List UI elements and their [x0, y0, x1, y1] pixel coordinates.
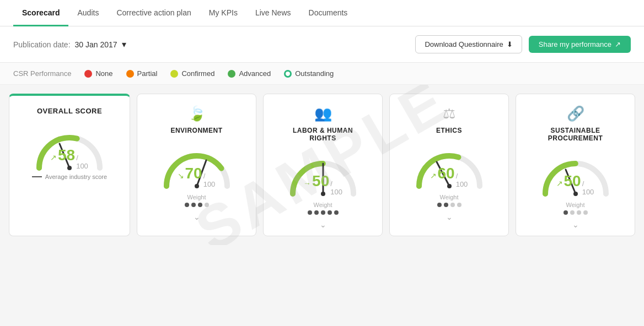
ethics-score-denom: / 100 — [456, 172, 469, 188]
overall-score-card[interactable]: OVERALL SCORE ↗ 58 / 100 Average industr… — [9, 94, 130, 236]
labor-weight-dots — [308, 210, 339, 215]
tab-scorecard[interactable]: Scorecard — [13, 1, 68, 26]
confirmed-label: Confirmed — [181, 69, 214, 78]
tab-audits[interactable]: Audits — [68, 1, 108, 26]
sustainable-arrow: ↗ — [556, 179, 563, 188]
environment-icon: 🍃 — [188, 105, 206, 122]
labor-chevron[interactable]: ⌄ — [320, 220, 326, 229]
sustainable-score-display: ↗ 50 / 100 — [556, 172, 595, 196]
environment-score-denom: / 100 — [203, 172, 216, 188]
ethics-icon: ⚖ — [443, 105, 455, 122]
cards-area: SAMPLE OVERALL SCORE ↗ 58 / 100 Average … — [0, 85, 644, 245]
environment-score-num: 70 — [185, 165, 202, 182]
publication-date: Publication date: 30 Jan 2017 ▾ — [13, 39, 126, 50]
weight-dot — [457, 203, 461, 207]
avg-dash-icon — [32, 176, 42, 177]
tab-mykpis[interactable]: My KPIs — [200, 1, 246, 26]
weight-dot — [334, 210, 339, 215]
confirmed-dot — [170, 70, 178, 78]
ethics-card[interactable]: ⚖ ETHICS ↗ 60 / 100 Weight ⌄ — [389, 94, 509, 236]
download-questionnaire-button[interactable]: Download Questionnaire ⬇ — [415, 35, 522, 53]
labor-score-num: 50 — [312, 172, 329, 190]
tab-livenews[interactable]: Live News — [246, 1, 300, 26]
legend-bar: CSR Performance None Partial Confirmed A… — [0, 63, 644, 85]
sustainable-chevron[interactable]: ⌄ — [572, 220, 579, 229]
overall-score-display: ↗ 58 / 100 — [50, 146, 89, 170]
labor-score-denom: / 100 — [330, 180, 342, 196]
labor-card[interactable]: 👥 LABOR & HUMANRIGHTS → 50 / 100 Weight … — [263, 94, 383, 236]
csr-performance-label: CSR Performance — [13, 69, 71, 78]
share-performance-button[interactable]: Share my performance ↗ — [529, 36, 631, 53]
sustainable-gauge: ↗ 50 / 100 — [537, 150, 614, 194]
toolbar: Publication date: 30 Jan 2017 ▾ Download… — [0, 26, 644, 63]
ethics-weight-dots — [437, 203, 461, 207]
legend-partial: Partial — [126, 69, 158, 78]
legend-none: None — [84, 69, 112, 78]
weight-dot — [577, 210, 581, 215]
overall-title: OVERALL SCORE — [37, 107, 102, 115]
environment-arrow: ↘ — [178, 171, 184, 180]
ethics-chevron[interactable]: ⌄ — [446, 213, 453, 221]
avg-industry-score: Average industry score — [32, 173, 107, 180]
legend-advanced: Advanced — [228, 69, 271, 78]
ethics-score-num: 60 — [438, 165, 455, 182]
weight-dot — [205, 203, 209, 207]
sustainable-title: SUSTAINABLEPROCUREMENT — [548, 127, 603, 142]
partial-label: Partial — [137, 69, 158, 78]
labor-score-display: → 50 / 100 — [303, 172, 342, 196]
ethics-gauge: ↗ 60 / 100 — [411, 142, 488, 186]
environment-title: ENVIRONMENT — [170, 127, 222, 134]
sustainable-score-denom: / 100 — [582, 180, 595, 196]
overall-arrow: ↗ — [50, 153, 57, 162]
environment-chevron[interactable]: ⌄ — [194, 213, 200, 221]
none-dot — [84, 70, 92, 78]
tab-corrective[interactable]: Corrective action plan — [108, 1, 200, 26]
labor-icon: 👥 — [314, 105, 332, 122]
sustainable-card[interactable]: 🔗 SUSTAINABLEPROCUREMENT ↗ 50 / 100 Weig… — [516, 94, 635, 236]
labor-arrow: → — [303, 179, 311, 188]
download-label: Download Questionnaire — [425, 40, 503, 48]
pub-date-dropdown[interactable]: ▾ — [122, 39, 126, 50]
overall-score-denom: / 100 — [76, 154, 89, 170]
weight-dot — [308, 210, 312, 215]
share-label: Share my performance — [539, 40, 611, 48]
weight-dot — [314, 210, 319, 215]
legend-outstanding: Outstanding — [284, 69, 334, 78]
outstanding-label: Outstanding — [295, 69, 334, 78]
pub-date-value: 30 Jan 2017 — [75, 40, 117, 49]
weight-dot — [185, 203, 189, 207]
environment-score-display: ↘ 70 / 100 — [178, 165, 216, 188]
ethics-arrow: ↗ — [430, 171, 437, 180]
toolbar-actions: Download Questionnaire ⬇ Share my perfor… — [415, 35, 631, 53]
overall-gauge: ↗ 58 / 100 — [31, 124, 108, 168]
advanced-label: Advanced — [239, 69, 271, 78]
environment-card[interactable]: 🍃 ENVIRONMENT ↘ 70 / 100 Weight ⌄ — [137, 94, 256, 236]
navigation: Scorecard Audits Corrective action plan … — [0, 0, 644, 26]
weight-dot — [570, 210, 575, 215]
share-icon: ↗ — [615, 40, 621, 48]
environment-weight-dots — [185, 203, 209, 207]
none-label: None — [95, 69, 112, 78]
weight-dot — [198, 203, 202, 207]
weight-dot — [564, 210, 568, 215]
labor-title: LABOR & HUMANRIGHTS — [293, 127, 353, 142]
weight-dot — [450, 203, 455, 207]
ethics-score-display: ↗ 60 / 100 — [430, 165, 469, 188]
partial-dot — [126, 70, 134, 78]
labor-gauge: → 50 / 100 — [285, 150, 362, 194]
ethics-weight-label: Weight — [439, 194, 458, 200]
tab-documents[interactable]: Documents — [300, 1, 357, 26]
weight-dot — [191, 203, 196, 207]
advanced-dot — [228, 70, 235, 78]
legend-confirmed: Confirmed — [170, 69, 214, 78]
pub-date-label: Publication date: — [13, 40, 71, 49]
weight-dot — [328, 210, 332, 215]
weight-dot — [437, 203, 442, 207]
sustainable-icon: 🔗 — [567, 105, 584, 122]
weight-dot — [583, 210, 588, 215]
environment-gauge: ↘ 70 / 100 — [158, 142, 235, 186]
weight-dot — [321, 210, 325, 215]
avg-label: Average industry score — [45, 173, 107, 180]
sustainable-score-num: 50 — [564, 172, 581, 190]
weight-dot — [444, 203, 448, 207]
